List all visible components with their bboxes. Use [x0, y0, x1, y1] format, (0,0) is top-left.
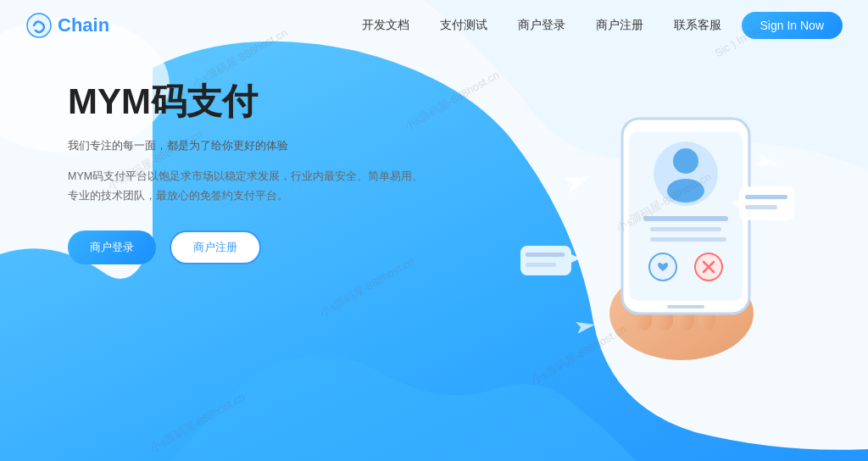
svg-rect-28 — [520, 246, 571, 275]
svg-rect-20 — [667, 305, 704, 308]
nav-contact-support[interactable]: 联系客服 — [674, 18, 721, 33]
merchant-register-button[interactable]: 商户注册 — [170, 230, 261, 264]
merchant-login-button[interactable]: 商户登录 — [68, 230, 156, 264]
nav-merchant-register[interactable]: 商户注册 — [596, 18, 643, 33]
svg-rect-13 — [643, 216, 728, 221]
logo-icon — [25, 12, 53, 39]
svg-marker-29 — [571, 254, 580, 263]
nav-pay-test[interactable]: 支付测试 — [440, 18, 487, 33]
svg-rect-15 — [650, 237, 726, 242]
hero-desc: MYM码支付平台以饱足求市场以稳定求发展，行业内最安全、简单易用、专业的技术团队… — [68, 167, 424, 205]
svg-rect-24 — [739, 186, 794, 220]
phone-illustration — [512, 51, 800, 407]
svg-point-1 — [27, 14, 51, 37]
svg-marker-22 — [754, 153, 781, 172]
svg-marker-23 — [576, 319, 596, 334]
logo-text: Chain — [58, 14, 109, 36]
nav-dev-docs[interactable]: 开发文档 — [362, 18, 409, 33]
nav-links: 开发文档 支付测试 商户登录 商户注册 联系客服 — [362, 18, 721, 33]
signin-button[interactable]: Sign In Now — [742, 12, 843, 39]
svg-marker-21 — [563, 169, 593, 194]
hero-subtitle: 我们专注的每一面，都是为了给你更好的体验 — [68, 138, 424, 153]
svg-rect-14 — [650, 227, 721, 231]
hero-title: MYM码支付 — [68, 81, 424, 123]
hero-buttons: 商户登录 商户注册 — [68, 230, 424, 264]
svg-rect-27 — [745, 205, 777, 209]
svg-rect-26 — [745, 195, 787, 199]
navbar: Chain 开发文档 支付测试 商户登录 商户注册 联系客服 Sign In N… — [0, 0, 868, 51]
nav-merchant-login[interactable]: 商户登录 — [518, 18, 565, 33]
svg-point-11 — [673, 148, 698, 174]
hero-content: MYM码支付 我们专注的每一面，都是为了给你更好的体验 MYM码支付平台以饱足求… — [68, 81, 424, 264]
svg-point-12 — [667, 179, 704, 203]
logo[interactable]: Chain — [25, 12, 109, 39]
svg-rect-30 — [526, 253, 565, 257]
svg-rect-31 — [526, 263, 556, 267]
